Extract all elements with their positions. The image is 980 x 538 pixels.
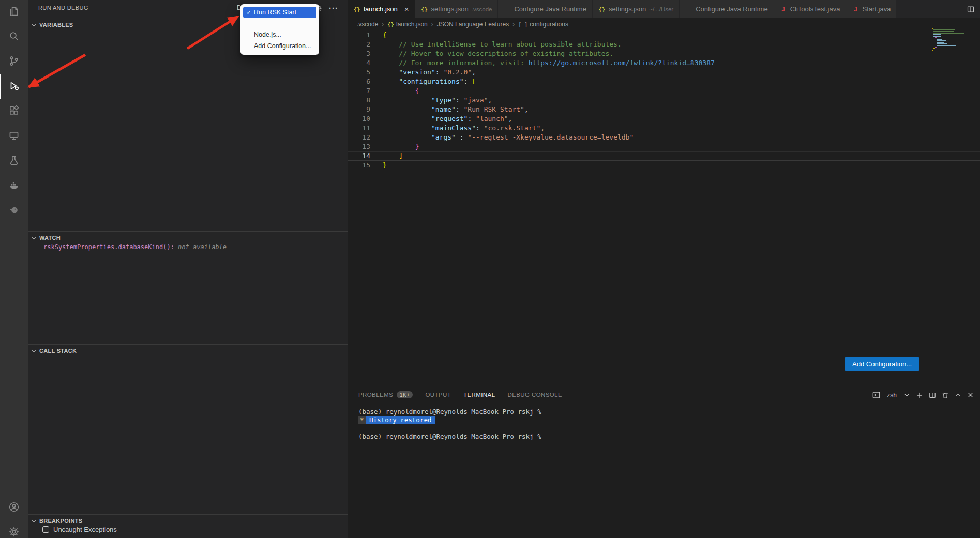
run-and-debug-view-button[interactable] [0, 74, 28, 99]
code-line-2[interactable]: 2 // Use IntelliSense to learn about pos… [348, 40, 980, 49]
close-panel-icon[interactable] [967, 392, 974, 398]
code-text: "request": "launch", [370, 114, 512, 124]
code-line-8[interactable]: 8 "type": "java", [348, 96, 980, 105]
close-icon[interactable]: × [404, 6, 409, 12]
line-number[interactable]: 7 [348, 86, 370, 96]
line-number[interactable]: 13 [348, 142, 370, 151]
code-token: [ [472, 78, 476, 85]
docker-view-button[interactable] [0, 174, 28, 198]
line-number[interactable]: 6 [348, 77, 370, 86]
code-line-7[interactable]: 7 { [348, 86, 980, 96]
minimap-bar [937, 42, 944, 43]
line-number[interactable]: 8 [348, 96, 370, 105]
minimap[interactable] [932, 28, 966, 55]
menu-item-run-rsk-start[interactable]: ✓Run RSK Start [243, 7, 316, 18]
line-number[interactable]: 10 [348, 114, 370, 124]
tab-clitoolstest-java[interactable]: CliToolsTest.java [774, 0, 847, 18]
code-line-14[interactable]: 14 ] [348, 151, 980, 161]
activity-bar [0, 0, 28, 538]
kill-terminal-trash-icon[interactable] [942, 392, 949, 399]
breakpoints-section-header[interactable]: BREAKPOINTS [28, 514, 348, 527]
accounts-button[interactable] [0, 496, 28, 520]
breadcrumb-item-launch-json[interactable]: launch.json [387, 21, 427, 28]
tab-configure-java-runtime[interactable]: Configure Java Runtime [680, 0, 774, 18]
line-number[interactable]: 14 [348, 151, 370, 161]
uncaught-exceptions-checkbox[interactable] [42, 526, 49, 533]
terminal-output[interactable]: (base) reynoldmorel@Reynolds-MacBook-Pro… [358, 408, 975, 441]
code-line-1[interactable]: 1{ [348, 30, 980, 40]
breadcrumb-label: JSON Language Features [437, 21, 509, 28]
split-terminal-icon[interactable] [929, 392, 936, 399]
panel-tab-terminal[interactable]: TERMINAL [463, 386, 495, 404]
search-view-button[interactable] [0, 25, 28, 50]
code-editor[interactable]: 1{2 // Use IntelliSense to learn about p… [348, 30, 980, 386]
code-line-15[interactable]: 15} [348, 161, 980, 170]
minimap-line [932, 47, 966, 48]
tab-launch-json[interactable]: launch.json× [348, 0, 415, 18]
line-number[interactable]: 5 [348, 68, 370, 77]
code-line-3[interactable]: 3 // Hover to view descriptions of exist… [348, 49, 980, 58]
test-explorer-view-button[interactable] [0, 149, 28, 174]
menu-item-node-js[interactable]: Node.js... [243, 29, 316, 40]
code-line-11[interactable]: 11 "mainClass": "co.rsk.Start", [348, 124, 980, 133]
array-brackets-icon [518, 21, 527, 28]
tab-detail: .vscode [472, 6, 492, 12]
java-icon [852, 6, 859, 13]
extensions-view-button[interactable] [0, 99, 28, 124]
minimap-line [932, 42, 966, 43]
tab-configure-java-runtime[interactable]: Configure Java Runtime [498, 0, 592, 18]
breadcrumb-item-vscode[interactable]: .vscode [357, 21, 378, 28]
add-configuration-button[interactable]: Add Configuration... [845, 357, 919, 371]
breadcrumb-item-configurations[interactable]: configurations [518, 21, 568, 28]
watch-section-header[interactable]: WATCH [28, 231, 348, 243]
code-line-9[interactable]: 9 "name": "Run RSK Start", [348, 105, 980, 114]
code-line-6[interactable]: 6 "configurations": [ [348, 77, 980, 86]
breadcrumbs: .vscode›launch.json›JSON Language Featur… [348, 18, 980, 30]
new-terminal-plus-icon[interactable] [916, 392, 923, 399]
line-number[interactable]: 4 [348, 58, 370, 68]
code-line-4[interactable]: 4 // For more information, visit: https:… [348, 58, 980, 68]
watch-expression: rskSystemProperties.databaseKind(): [43, 243, 174, 251]
code-token: // Use IntelliSense to learn about possi… [383, 40, 622, 48]
call-stack-section-header[interactable]: CALL STACK [28, 344, 348, 357]
chevron-down-icon [32, 517, 37, 522]
tab-settings-json[interactable]: settings.json.vscode [415, 0, 499, 18]
views-and-more-actions-icon[interactable]: ··· [329, 6, 338, 11]
panel-tab-output[interactable]: OUTPUT [425, 386, 451, 404]
watch-expression-row[interactable]: rskSystemProperties.databaseKind(): not … [43, 243, 227, 251]
breakpoint-label: Uncaught Exceptions [53, 526, 117, 533]
line-number[interactable]: 1 [348, 30, 370, 40]
line-number[interactable]: 2 [348, 40, 370, 49]
source-control-view-button[interactable] [0, 50, 28, 74]
breakpoint-row-uncaught-exceptions[interactable]: Uncaught Exceptions [42, 526, 117, 533]
code-line-13[interactable]: 13 } [348, 142, 980, 151]
line-number[interactable]: 11 [348, 124, 370, 133]
chevron-down-icon[interactable] [903, 392, 910, 398]
code-text: "version": "0.2.0", [370, 68, 476, 77]
tab-settings-json[interactable]: settings.json~/.../User [593, 0, 680, 18]
section-label: VARIABLES [39, 22, 73, 28]
panel-tab-debug-console[interactable]: DEBUG CONSOLE [507, 386, 562, 404]
line-number[interactable]: 12 [348, 133, 370, 142]
code-line-5[interactable]: 5 "version": "0.2.0", [348, 68, 980, 77]
shell-label[interactable]: zsh [887, 392, 897, 399]
menu-item-add-configuration[interactable]: Add Configuration... [243, 40, 316, 52]
breadcrumb-item-json-language-features[interactable]: JSON Language Features [437, 21, 509, 28]
split-editor-icon[interactable] [967, 5, 975, 13]
line-number[interactable]: 3 [348, 49, 370, 58]
gradle-view-button[interactable] [0, 198, 28, 223]
code-line-10[interactable]: 10 "request": "launch", [348, 114, 980, 124]
panel-tab-problems[interactable]: PROBLEMS1K+ [358, 386, 413, 404]
tab-start-java[interactable]: Start.java [846, 0, 897, 18]
chevron-down-icon [32, 234, 37, 239]
chevron-down-icon [32, 347, 37, 352]
menu-item-label: Add Configuration... [254, 42, 311, 50]
line-number[interactable]: 15 [348, 161, 370, 170]
line-number[interactable]: 9 [348, 105, 370, 114]
code-line-12[interactable]: 12 "args" : "--regtest -Xkeyvalue.dataso… [348, 133, 980, 142]
explorer-view-button[interactable] [0, 0, 28, 25]
manage-button[interactable] [0, 520, 28, 538]
remote-explorer-view-button[interactable] [0, 124, 28, 149]
maximize-panel-chevron-up-icon[interactable] [955, 392, 961, 398]
code-token [383, 96, 431, 104]
